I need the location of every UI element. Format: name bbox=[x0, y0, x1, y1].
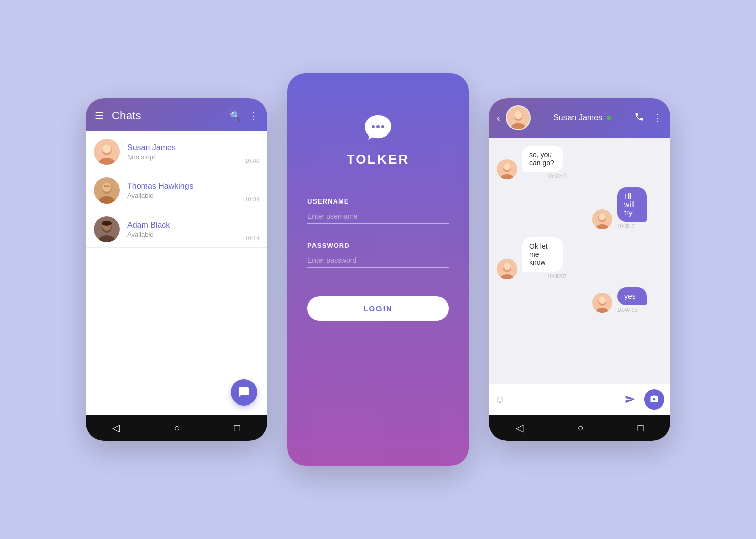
chat-list: Susan James Non stop! 10:40 Thomas Hawki… bbox=[86, 131, 267, 415]
emoji-icon[interactable]: ☺ bbox=[495, 394, 505, 406]
chat-time-adam: 10:14 bbox=[245, 235, 259, 241]
chat-item-susan[interactable]: Susan James Non stop! 10:40 bbox=[86, 131, 267, 170]
navigation-bar-chat: ◁ ○ □ bbox=[489, 415, 670, 441]
message-input[interactable] bbox=[510, 395, 616, 403]
msg-avatar-3 bbox=[497, 259, 517, 279]
message-row-4: yes 10:40:05 bbox=[497, 287, 662, 313]
chat-name-susan: Susan James bbox=[127, 143, 259, 152]
avatar-adam bbox=[94, 216, 120, 242]
navigation-bar: ◁ ○ □ bbox=[86, 415, 267, 441]
svg-point-14 bbox=[102, 221, 112, 226]
brand-name: TOLKER bbox=[347, 152, 409, 167]
menu-icon[interactable]: ☰ bbox=[95, 110, 104, 122]
svg-point-25 bbox=[503, 163, 511, 170]
msg-content-3: Ok let me know 10:38:57 bbox=[522, 237, 585, 279]
chat-time-susan: 10:40 bbox=[245, 158, 259, 164]
contact-name: Susan James bbox=[536, 113, 629, 122]
chat-view-header: ‹ Susan James ⋮ bbox=[489, 98, 670, 138]
svg-point-17 bbox=[381, 125, 384, 128]
chat-info-susan: Susan James Non stop! bbox=[127, 143, 259, 161]
recents-nav-icon[interactable]: □ bbox=[234, 422, 240, 434]
more-icon[interactable]: ⋮ bbox=[249, 110, 258, 121]
password-input[interactable] bbox=[307, 253, 449, 268]
username-input[interactable] bbox=[307, 209, 449, 224]
password-field: PASSWORD bbox=[307, 242, 449, 268]
msg-avatar-1 bbox=[497, 159, 517, 179]
message-row-2: I'll will try 10:35:21 bbox=[497, 187, 662, 229]
msg-avatar-4 bbox=[592, 293, 612, 313]
back-nav-icon-chat[interactable]: ◁ bbox=[516, 422, 523, 434]
recents-nav-icon-chat[interactable]: □ bbox=[637, 422, 643, 434]
header-icons: 🔍 ⋮ bbox=[230, 110, 258, 121]
svg-point-7 bbox=[102, 183, 111, 192]
msg-bubble-1: so, you can go? bbox=[522, 146, 563, 172]
svg-point-3 bbox=[102, 144, 111, 153]
login-logo bbox=[363, 113, 393, 146]
chat-preview-thomas: Available bbox=[127, 192, 259, 199]
msg-time-4: 10:40:05 bbox=[617, 307, 637, 313]
message-row-1: so, you can go? 10:33:43 bbox=[497, 146, 662, 179]
chat-info-thomas: Thomas Hawkings Available bbox=[127, 182, 259, 199]
phone-chats: ☰ Chats 🔍 ⋮ Susan James Non stop! 10:40 bbox=[86, 98, 267, 441]
contact-info: Susan James bbox=[536, 113, 629, 122]
message-row-3: Ok let me know 10:38:57 bbox=[497, 237, 662, 279]
password-label: PASSWORD bbox=[307, 242, 449, 249]
avatar-susan bbox=[94, 139, 120, 165]
send-button[interactable] bbox=[621, 390, 639, 409]
phone-chat-view: ‹ Susan James ⋮ bbox=[489, 98, 670, 441]
msg-time-1: 10:33:43 bbox=[547, 174, 586, 179]
username-field: USERNAME bbox=[307, 197, 449, 224]
more-options-icon[interactable]: ⋮ bbox=[652, 112, 662, 124]
chats-header: ☰ Chats 🔍 ⋮ bbox=[86, 98, 267, 131]
svg-point-29 bbox=[599, 213, 606, 220]
phone-login: TOLKER USERNAME PASSWORD LOGIN bbox=[287, 73, 469, 466]
chat-time-thomas: 10:34 bbox=[245, 196, 259, 203]
svg-point-21 bbox=[514, 111, 522, 119]
login-content: TOLKER USERNAME PASSWORD LOGIN bbox=[287, 73, 469, 466]
msg-avatar-2 bbox=[592, 209, 612, 229]
chat-name-thomas: Thomas Hawkings bbox=[127, 182, 259, 191]
chat-input-bar: ☺ bbox=[489, 384, 670, 415]
msg-time-2: 10:35:21 bbox=[617, 224, 637, 229]
msg-content-1: so, you can go? 10:33:43 bbox=[522, 146, 586, 179]
back-nav-icon[interactable]: ◁ bbox=[112, 422, 120, 434]
chat-item-adam[interactable]: Adam Black Available 10:14 bbox=[86, 209, 267, 248]
chat-name-adam: Adam Black bbox=[127, 221, 259, 230]
username-label: USERNAME bbox=[307, 197, 449, 205]
svg-point-33 bbox=[503, 263, 511, 270]
contact-avatar bbox=[506, 105, 531, 130]
msg-bubble-4: yes bbox=[617, 287, 647, 305]
new-chat-fab[interactable] bbox=[231, 379, 257, 406]
msg-time-3: 10:38:57 bbox=[547, 274, 585, 279]
msg-content-2: I'll will try 10:35:21 bbox=[617, 187, 662, 229]
svg-point-9 bbox=[107, 185, 110, 187]
chat-info-adam: Adam Black Available bbox=[127, 221, 259, 238]
search-icon[interactable]: 🔍 bbox=[230, 110, 241, 121]
chat-item-thomas[interactable]: Thomas Hawkings Available 10:34 bbox=[86, 170, 267, 209]
msg-bubble-2: I'll will try bbox=[617, 187, 647, 222]
chat-preview-susan: Non stop! bbox=[127, 153, 259, 161]
avatar-thomas bbox=[94, 177, 120, 204]
svg-point-16 bbox=[376, 125, 380, 128]
call-icon[interactable] bbox=[634, 112, 644, 124]
home-nav-icon-chat[interactable]: ○ bbox=[577, 422, 583, 434]
svg-point-8 bbox=[104, 185, 107, 187]
home-nav-icon[interactable]: ○ bbox=[174, 422, 180, 434]
svg-point-15 bbox=[372, 125, 375, 128]
svg-point-37 bbox=[599, 297, 606, 304]
back-icon[interactable]: ‹ bbox=[497, 112, 500, 124]
msg-content-4: yes 10:40:05 bbox=[617, 287, 662, 313]
online-indicator bbox=[607, 116, 611, 120]
chats-title: Chats bbox=[112, 109, 222, 122]
chat-preview-adam: Available bbox=[127, 231, 259, 238]
chat-header-icons: ⋮ bbox=[634, 112, 662, 124]
camera-button[interactable] bbox=[644, 389, 664, 410]
msg-bubble-3: Ok let me know bbox=[522, 237, 563, 272]
login-button[interactable]: LOGIN bbox=[307, 296, 449, 321]
messages-area: so, you can go? 10:33:43 I'll will try 1… bbox=[489, 138, 670, 384]
